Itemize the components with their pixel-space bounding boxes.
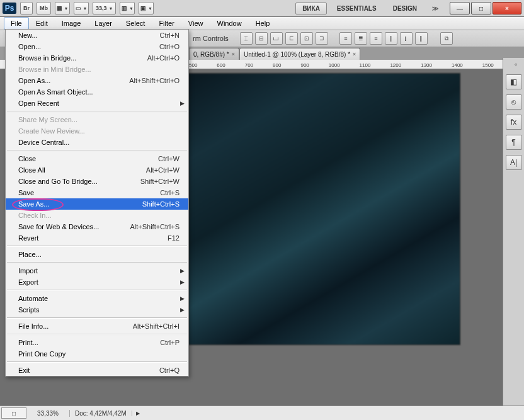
doc-tab-2[interactable]: Untitled-1 @ 100% (Layer 8, RGB/8) * × — [239, 48, 360, 60]
menu-item-browse-in-bridge[interactable]: Browse in Bridge...Alt+Ctrl+O — [6, 52, 188, 64]
menu-item-place[interactable]: Place... — [6, 249, 188, 260]
menu-item-open-as[interactable]: Open As...Alt+Shift+Ctrl+O — [6, 75, 188, 86]
menu-item-label: Close — [18, 155, 158, 162]
view-options-button[interactable]: ▣▼ — [139, 2, 154, 14]
align-bottom-icon[interactable]: ⌴ — [270, 32, 283, 45]
workspace-tab-essentials[interactable]: ESSENTIALS — [331, 3, 383, 14]
dock-expand-icon[interactable]: « — [515, 62, 522, 67]
menu-item-exit[interactable]: ExitCtrl+Q — [6, 365, 188, 376]
menu-edit[interactable]: Edit — [29, 17, 55, 30]
dist-top-icon[interactable]: ≡ — [339, 32, 352, 45]
menu-shortcut: Alt+Ctrl+O — [147, 54, 179, 62]
menu-item-label: Import — [18, 267, 179, 275]
align-left-icon[interactable]: ⊏ — [285, 32, 298, 45]
doc-tab-1[interactable]: 0, RGB/8#) * × — [189, 48, 239, 60]
menu-item-close-all[interactable]: Close AllAlt+Ctrl+W — [6, 164, 188, 176]
align-top-icon[interactable]: ⌶ — [240, 32, 253, 45]
menu-item-open-recent[interactable]: Open Recent▶ — [6, 98, 188, 109]
dist-right-icon[interactable]: ∥ — [415, 32, 428, 45]
bridge-button[interactable]: Br — [20, 2, 33, 14]
menu-shortcut: Alt+Ctrl+W — [146, 166, 179, 174]
menu-item-label: Revert — [18, 234, 168, 242]
minibridge-button[interactable]: Mb — [37, 2, 51, 14]
document-canvas[interactable] — [189, 74, 460, 344]
menu-item-label: Save for Web & Devices... — [18, 223, 130, 230]
menu-item-open-as-smart-object[interactable]: Open As Smart Object... — [6, 86, 188, 98]
panel-dock: « ◧ ⎋ fx ¶ A| — [503, 58, 524, 406]
menu-item-label: Create New Review... — [18, 127, 179, 135]
menu-item-device-central[interactable]: Device Central... — [6, 137, 188, 148]
menu-help[interactable]: Help — [249, 17, 277, 30]
menu-shortcut: Alt+Shift+Ctrl+I — [133, 322, 179, 330]
workspace-tab-design[interactable]: DESIGN — [387, 3, 423, 14]
menu-item-label: Check In... — [18, 212, 179, 219]
menu-item-file-info[interactable]: File Info...Alt+Shift+Ctrl+I — [6, 321, 188, 332]
status-nav-thumb[interactable]: □ — [1, 407, 26, 419]
doc-tab-1-label: 0, RGB/8#) * — [193, 51, 229, 58]
align-vcenter-icon[interactable]: ⊟ — [255, 32, 268, 45]
menu-item-label: Print One Copy — [18, 350, 179, 358]
menu-item-open[interactable]: Open...Ctrl+O — [6, 41, 188, 52]
status-doc-size[interactable]: Doc: 4,42M/4,42M — [70, 410, 132, 417]
menu-item-save-for-web-devices[interactable]: Save for Web & Devices...Alt+Shift+Ctrl+… — [6, 221, 188, 232]
menu-item-label: Share My Screen... — [18, 116, 179, 123]
menu-separator — [7, 334, 187, 335]
close-icon[interactable]: × — [232, 51, 235, 57]
channels-panel-icon[interactable]: ⎋ — [506, 94, 522, 110]
menu-item-automate[interactable]: Automate▶ — [6, 293, 188, 304]
menu-select[interactable]: Select — [119, 17, 152, 30]
styles-panel-icon[interactable]: fx — [506, 115, 522, 130]
menu-view[interactable]: View — [181, 17, 210, 30]
menu-item-import[interactable]: Import▶ — [6, 265, 188, 276]
menu-item-scripts[interactable]: Scripts▶ — [6, 304, 188, 315]
menu-item-create-new-review: Create New Review... — [6, 125, 188, 137]
menu-item-label: Place... — [18, 251, 179, 258]
menu-item-close[interactable]: CloseCtrl+W — [6, 153, 188, 164]
menu-window[interactable]: Window — [210, 17, 249, 30]
workspace-more-button[interactable]: ≫ — [427, 5, 443, 12]
align-hcenter-icon[interactable]: ⊡ — [300, 32, 313, 45]
menu-item-new[interactable]: New...Ctrl+N — [6, 30, 188, 41]
menu-item-print-one-copy[interactable]: Print One Copy — [6, 348, 188, 360]
menu-shortcut: Ctrl+S — [160, 189, 179, 196]
menu-separator — [7, 361, 187, 363]
menu-item-save-as[interactable]: Save As...Shift+Ctrl+S — [6, 198, 188, 210]
dist-hcenter-icon[interactable]: ⫿ — [400, 32, 413, 45]
extras-button[interactable]: ▥▼ — [120, 2, 135, 14]
status-bar: □ 33,33% Doc: 4,42M/4,42M ▶ — [0, 406, 524, 420]
menu-item-label: Automate — [18, 295, 179, 302]
character-panel-icon[interactable]: A| — [506, 155, 522, 170]
menu-item-revert[interactable]: RevertF12 — [6, 232, 188, 244]
screen-mode-button[interactable]: ▭▼ — [74, 2, 89, 14]
menu-item-save[interactable]: SaveCtrl+S — [6, 187, 188, 198]
window-minimize-button[interactable]: — — [450, 2, 470, 14]
dist-bottom-icon[interactable]: ≡ — [370, 32, 382, 45]
arrange-docs-button[interactable]: ▦▼ — [55, 2, 70, 14]
dist-vcenter-icon[interactable]: ≣ — [355, 32, 367, 45]
close-icon[interactable]: × — [353, 51, 356, 57]
paragraph-panel-icon[interactable]: ¶ — [506, 135, 522, 150]
opt-label: rm Controls — [193, 35, 229, 42]
menu-item-browse-in-mini-bridge: Browse in Mini Bridge... — [6, 64, 188, 75]
menu-item-close-and-go-to-bridge[interactable]: Close and Go To Bridge...Shift+Ctrl+W — [6, 176, 188, 187]
window-close-button[interactable]: × — [493, 2, 521, 14]
layers-panel-icon[interactable]: ◧ — [506, 74, 522, 89]
menu-filter[interactable]: Filter — [152, 17, 181, 30]
menu-item-print[interactable]: Print...Ctrl+P — [6, 337, 188, 348]
align-right-icon[interactable]: ⊐ — [316, 32, 328, 45]
auto-align-button[interactable]: ⧉ — [440, 32, 453, 45]
menu-item-label: Device Central... — [18, 139, 179, 146]
window-maximize-button[interactable]: □ — [471, 2, 491, 14]
distribute-buttons: ≡ ≣ ≡ ∥ ⫿ ∥ — [339, 32, 428, 45]
status-zoom-field[interactable]: 33,33% — [26, 410, 70, 417]
workspace-tab-vika[interactable]: ВИКА — [295, 3, 327, 14]
menu-layer[interactable]: Layer — [88, 17, 119, 30]
zoom-level-field[interactable]: 33,3▼ — [93, 2, 116, 14]
menu-image[interactable]: Image — [55, 17, 88, 30]
menu-file[interactable]: File — [4, 17, 29, 30]
menu-item-export[interactable]: Export▶ — [6, 276, 188, 288]
menu-shortcut: Shift+Ctrl+W — [140, 178, 179, 185]
dist-left-icon[interactable]: ∥ — [385, 32, 397, 45]
status-more-icon[interactable]: ▶ — [132, 411, 144, 416]
menu-item-label: Close and Go To Bridge... — [18, 178, 140, 185]
